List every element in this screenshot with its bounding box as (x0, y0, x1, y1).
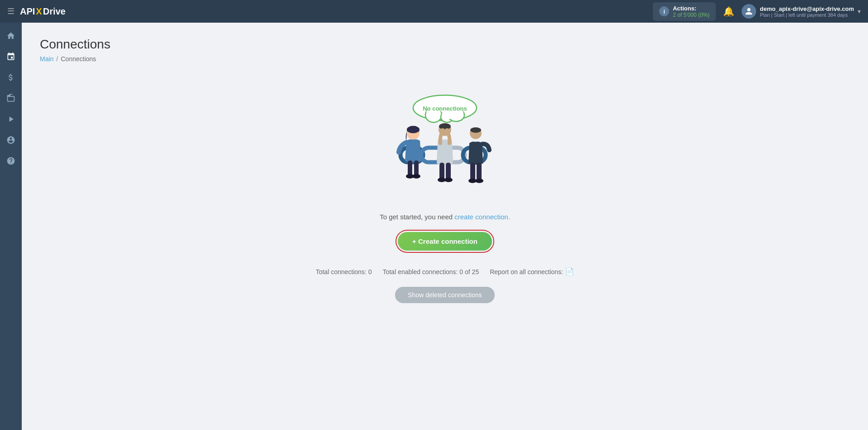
sidebar-item-briefcase[interactable] (1, 89, 20, 108)
sidebar-item-home[interactable] (1, 26, 20, 45)
sidebar (0, 23, 22, 430)
svg-rect-29 (477, 163, 482, 181)
breadcrumb: Main / Connections (40, 55, 850, 63)
total-enabled-stat: Total enabled connections: 0 of 25 (383, 268, 479, 275)
svg-rect-22 (439, 163, 444, 180)
breadcrumb-current: Connections (61, 55, 96, 63)
svg-point-25 (444, 178, 453, 182)
svg-point-17 (412, 174, 420, 179)
user-email: demo_apix-drive@apix-drive.com (760, 5, 854, 12)
illustration: No connections (372, 93, 517, 202)
svg-point-27 (470, 127, 481, 133)
create-button-wrapper: + Create connection (395, 230, 494, 253)
cta-link[interactable]: create connection. (454, 213, 510, 221)
logo-x: X (36, 6, 42, 17)
user-plan: Plan | Start | left until payment 384 da… (760, 12, 854, 18)
svg-point-19 (439, 123, 451, 130)
page-title: Connections (40, 37, 850, 52)
header: ☰ API X Drive i Actions: 2 of 5'000 (0%)… (0, 0, 868, 23)
logo-api: API (20, 6, 35, 17)
sidebar-item-connections[interactable] (1, 47, 20, 66)
svg-rect-23 (446, 163, 451, 180)
total-connections-stat: Total connections: 0 (316, 268, 372, 275)
header-right: i Actions: 2 of 5'000 (0%) 🔔 demo_apix-d… (653, 2, 861, 21)
report-icon[interactable]: 📄 (565, 267, 574, 276)
hamburger-button[interactable]: ☰ (7, 6, 14, 16)
sidebar-item-billing[interactable] (1, 68, 20, 87)
content-area: Connections Main / Connections No (22, 23, 868, 430)
user-avatar (742, 4, 756, 19)
logo-drive: Drive (43, 6, 66, 17)
user-section[interactable]: demo_apix-drive@apix-drive.com Plan | St… (742, 4, 861, 19)
svg-text:No connections: No connections (423, 105, 467, 112)
breadcrumb-main[interactable]: Main (40, 55, 53, 63)
user-info: demo_apix-drive@apix-drive.com Plan | St… (760, 5, 854, 18)
bell-button[interactable]: 🔔 (723, 6, 734, 17)
chevron-down-icon: ▾ (858, 8, 861, 15)
actions-box[interactable]: i Actions: 2 of 5'000 (0%) (653, 2, 716, 21)
svg-rect-28 (470, 163, 475, 181)
sidebar-item-account[interactable] (1, 130, 20, 150)
cta-text: To get started, you need create connecti… (380, 213, 510, 221)
breadcrumb-separator: / (56, 55, 58, 63)
actions-label: Actions: (673, 5, 709, 12)
actions-text-block: Actions: 2 of 5'000 (0%) (673, 5, 709, 18)
logo: API X Drive (20, 6, 66, 17)
svg-rect-15 (414, 160, 419, 176)
stats-row: Total connections: 0 Total enabled conne… (316, 267, 574, 276)
svg-rect-14 (408, 160, 412, 176)
show-deleted-button[interactable]: Show deleted connections (395, 287, 494, 303)
header-left: ☰ API X Drive (7, 6, 66, 17)
empty-state: No connections (40, 84, 850, 312)
main-layout: Connections Main / Connections No (0, 23, 868, 430)
svg-point-31 (475, 179, 483, 183)
info-icon: i (659, 6, 669, 16)
create-connection-button[interactable]: + Create connection (398, 232, 492, 251)
svg-point-21 (444, 128, 450, 134)
sidebar-item-help[interactable] (1, 151, 20, 170)
report-stat: Report on all connections: 📄 (490, 267, 574, 276)
sidebar-item-media[interactable] (1, 110, 20, 129)
actions-value: 2 of 5'000 (0%) (673, 12, 709, 18)
